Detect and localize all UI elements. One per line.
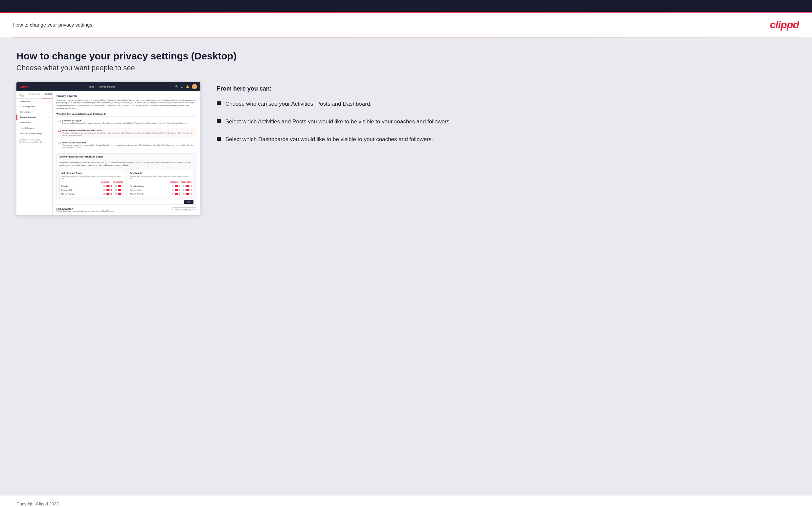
radio-everyone-content: Everyone on Clippd Everyone on Clippd ca…	[62, 120, 187, 124]
show-hide-desc: Regardless of the privacy controls that …	[59, 161, 194, 167]
chevron-icon: ›	[49, 121, 50, 123]
manual-activities-label: Manual Activities	[61, 193, 103, 195]
sidebar-item-label: My Account	[20, 100, 30, 102]
pd-coaches-toggle[interactable]	[175, 185, 180, 187]
save-button[interactable]: Save	[184, 200, 194, 204]
manual-followers-toggle[interactable]	[118, 192, 123, 195]
radio-only-you-coach[interactable]: Only You and Your Coach Only you and the…	[56, 140, 196, 150]
player-dashboard-label: Player Dashboard	[130, 185, 171, 187]
bullet-square-1	[217, 101, 221, 105]
mockup-sidebar: My Profile Connections Settings My Accou…	[16, 91, 53, 215]
rounds-followers-toggle[interactable]	[118, 185, 123, 187]
mockup-nav-icons: 🔍 ⊞ 🔔	[175, 84, 197, 89]
dashboards-title: Dashboards	[130, 172, 192, 174]
chevron-icon: ›	[49, 111, 50, 113]
help-desc: Visit our Clippd community to troublesho…	[56, 210, 114, 212]
bullet-item-1: Choose who can see your Activities, Post…	[217, 100, 796, 108]
sidebar-item-my-account[interactable]: My Account ›	[16, 99, 52, 104]
ri-coaches-toggle[interactable]	[175, 189, 180, 191]
page-subheading: Choose what you want people to see	[16, 64, 796, 72]
drills-coaches-toggle[interactable]	[106, 189, 112, 191]
wtwo-coaches-toggle[interactable]	[175, 192, 180, 195]
sidebar-item-data-integrations[interactable]: Data Integrations ›	[16, 104, 52, 109]
sidebar-item-service-privacy[interactable]: Service & Privacy Policy ↗	[16, 130, 52, 136]
dashboards-coaches-header: COACHES	[169, 181, 178, 183]
radio-everyone[interactable]: Everyone on Clippd Everyone on Clippd ca…	[56, 118, 196, 126]
bullet-square-3	[217, 137, 221, 141]
wtwo-coaches-on-label: ON	[171, 193, 174, 195]
what-to-work-on-row: What To Work On ON ON	[130, 192, 192, 196]
chevron-icon: ›	[49, 100, 50, 102]
mockup-main-panel: Privacy Controls Control how you and you…	[53, 91, 200, 215]
sidebar-item-help-support[interactable]: Help & Support ↗	[16, 125, 52, 130]
bullet-text-1: Choose who can see your Activities, Post…	[225, 100, 371, 108]
search-icon: 🔍	[175, 85, 179, 88]
header-title: How to change your privacy settings	[13, 22, 92, 27]
pd-followers-toggle[interactable]	[186, 185, 192, 187]
bell-icon: 🔔	[186, 85, 189, 88]
radio-everyone-input[interactable]	[58, 120, 61, 122]
wtwo-followers-toggle-item: ON	[183, 192, 192, 195]
nav-home: Home	[88, 86, 94, 88]
radio-followers-coach-desc: Only approved followers and coaches you …	[62, 132, 195, 136]
sidebar-item-label: Help & Support ↗	[20, 127, 36, 129]
tab-my-profile[interactable]: My Profile	[16, 91, 27, 99]
privacy-description: Control how you and your data appears to…	[56, 99, 196, 110]
rounds-followers-toggle-item: ON	[115, 185, 123, 187]
logo: clippd	[770, 19, 799, 31]
bullet-square-2	[217, 119, 221, 123]
sidebar-item-label: Data Integrations	[20, 106, 35, 108]
manual-coaches-toggle-item: ON	[103, 192, 112, 195]
rounds-coaches-toggle[interactable]	[106, 185, 112, 187]
round-insights-toggles: ON ON	[171, 189, 192, 191]
toggle-columns: Activities and Posts Select the types of…	[59, 170, 194, 198]
visibility-radio-group: Everyone on Clippd Everyone on Clippd ca…	[56, 118, 196, 150]
sidebar-item-my-golf-bag[interactable]: My Golf Bag ›	[16, 120, 52, 125]
visit-community-button[interactable]: Visit Our Community ↗	[172, 208, 196, 212]
mockup-logo: clippd	[20, 85, 29, 88]
who-can-see-title: Who Can See Your Activities and Dashboar…	[56, 113, 196, 116]
sidebar-item-label: Subscription	[20, 111, 31, 113]
radio-everyone-label: Everyone on Clippd	[62, 120, 187, 122]
drills-followers-toggle-item: ON	[115, 189, 123, 191]
pd-coaches-toggle-item: ON	[171, 185, 180, 187]
sidebar-item-privacy-controls[interactable]: Privacy Controls ›	[16, 115, 52, 120]
radio-only-you-coach-input[interactable]	[58, 142, 61, 145]
mockup-sidebar-tabs: My Profile Connections Settings	[16, 91, 52, 99]
help-title: Help & Support	[56, 208, 114, 210]
radio-followers-coach-input[interactable]	[58, 130, 61, 132]
manual-followers-on-label: ON	[115, 193, 117, 195]
ri-followers-toggle[interactable]	[186, 189, 192, 191]
privacy-controls-title: Privacy Controls	[56, 95, 196, 98]
sidebar-item-label: Privacy Controls	[20, 116, 36, 118]
rounds-toggles: ON ON	[103, 185, 123, 187]
sidebar-item-subscription[interactable]: Subscription ›	[16, 109, 52, 115]
practice-drills-label: Practice Drills	[61, 189, 103, 191]
dashboards-toggle-header: COACHES FOLLOWERS	[130, 181, 192, 183]
round-insights-row: Round Insights ON ON	[130, 188, 192, 192]
tab-connections[interactable]: Connections	[27, 91, 42, 99]
ri-coaches-toggle-item: ON	[171, 189, 180, 191]
radio-everyone-desc: Everyone on Clippd can search for you an…	[62, 122, 187, 124]
followers-header: FOLLOWERS	[113, 181, 123, 183]
from-here-heading: From here you can:	[217, 85, 796, 92]
ri-followers-on-label: ON	[183, 189, 186, 191]
practice-drills-toggles: ON ON	[103, 189, 123, 191]
header: How to change your privacy settings clip…	[0, 13, 812, 37]
drills-coaches-toggle-item: ON	[103, 189, 112, 191]
drills-followers-toggle[interactable]	[118, 189, 123, 191]
sidebar-item-label: My Golf Bag	[20, 121, 31, 123]
bullet-text-3: Select which Dashboards you would like t…	[225, 135, 433, 144]
manual-coaches-toggle[interactable]	[106, 192, 112, 195]
wtwo-followers-toggle[interactable]	[186, 192, 192, 195]
what-to-work-on-toggles: ON ON	[171, 192, 192, 195]
radio-followers-coach[interactable]: Only Approved Followers and Your Coach O…	[56, 128, 196, 138]
pd-followers-on-label: ON	[183, 185, 186, 187]
right-column: From here you can: Choose who can see yo…	[217, 82, 796, 143]
chevron-icon: ›	[49, 116, 50, 118]
rounds-coaches-toggle-item: ON	[103, 185, 112, 187]
show-hide-section: Show or hide specific features in Clippd…	[56, 153, 196, 200]
pd-followers-toggle-item: ON	[183, 185, 192, 187]
screenshot-container: clippd Home My Performance 🔍 ⊞ 🔔	[16, 82, 200, 215]
activities-posts-col: Activities and Posts Select the types of…	[59, 170, 125, 198]
